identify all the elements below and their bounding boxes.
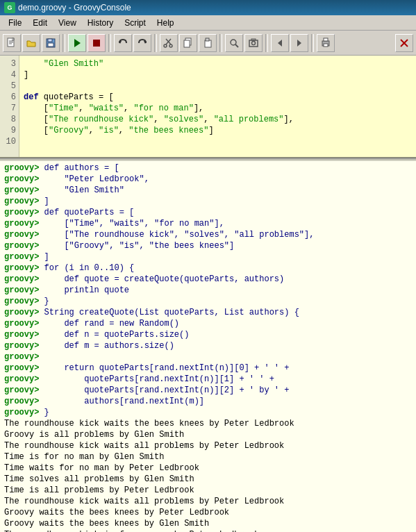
console-line: groovy> return quoteParts[rand.nextInt(n… [4, 363, 412, 374]
console-line: Time waits for no man by Peter Ledbrook [4, 463, 412, 474]
console-line: groovy> for (i in 0..10) { [4, 263, 412, 274]
svg-marker-25 [297, 40, 301, 47]
separator-4 [219, 34, 222, 52]
console-line: The roundhouse kick is for no man by Pet… [4, 529, 412, 532]
svg-rect-27 [324, 38, 328, 41]
console-line: Groovy waits the bees knees by Peter Led… [4, 507, 412, 518]
console-line: groovy> String createQuote(List quotePar… [4, 307, 412, 318]
svg-rect-5 [48, 39, 52, 42]
svg-rect-28 [324, 44, 328, 47]
menu-view[interactable]: View [53, 17, 82, 29]
separator-2 [108, 34, 111, 52]
svg-rect-6 [48, 43, 53, 47]
cut-button[interactable] [160, 34, 178, 52]
next-output-button[interactable] [290, 34, 308, 52]
window-title: demo.groovy - GroovyConsole [18, 3, 131, 13]
console-line: groovy> } [4, 407, 412, 418]
console-line: groovy> } [4, 296, 412, 307]
redo-button[interactable] [133, 34, 151, 52]
console-line: groovy> ] [4, 251, 412, 263]
menu-bar: File Edit View History Script Help [0, 15, 416, 31]
menu-script[interactable]: Script [119, 17, 151, 29]
console-line: Groovy waits the bees knees by Glen Smit… [4, 518, 412, 529]
menu-history[interactable]: History [82, 17, 119, 29]
svg-rect-16 [184, 40, 190, 47]
console-line: groovy> def n = quoteParts.size() [4, 329, 412, 340]
separator-1 [63, 34, 65, 52]
console-line: Groovy is all problems by Glen Smith [4, 429, 412, 440]
console-line: The roundhouse kick waits all problems b… [4, 496, 412, 507]
console-line: groovy> def m = authors.size() [4, 340, 412, 351]
print-button[interactable] [317, 34, 335, 52]
svg-point-13 [164, 44, 167, 47]
console-line: The roundhouse kick waits all problems b… [4, 440, 412, 451]
separator-6 [311, 34, 314, 52]
inspect-button[interactable] [225, 34, 243, 52]
menu-help[interactable]: Help [151, 17, 180, 29]
console-line: Time is for no man by Glen Smith [4, 451, 412, 463]
svg-marker-24 [278, 40, 282, 47]
console-line: groovy> [4, 351, 412, 363]
console-line: groovy> ] [4, 196, 412, 207]
open-button[interactable] [22, 34, 40, 52]
console-line: groovy> ["Time", "waits", "for no man"], [4, 218, 412, 229]
console-line: groovy> def authors = [ [4, 163, 412, 174]
prev-output-button[interactable] [271, 34, 289, 52]
toolbar [0, 31, 416, 56]
svg-point-19 [231, 40, 236, 45]
console-line: groovy> quoteParts[rand.nextInt(n)][2] +… [4, 385, 412, 396]
console-line: groovy> ["The roundhouse kick", "solves"… [4, 229, 412, 240]
console-line: Time is all problems by Peter Ledbrook [4, 485, 412, 496]
app-icon: G [4, 2, 15, 13]
console-line: groovy> def quoteParts = [ [4, 207, 412, 218]
new-button[interactable] [3, 34, 21, 52]
console-line: The roundhouse kick waits the bees knees… [4, 418, 412, 429]
title-bar: G demo.groovy - GroovyConsole [0, 0, 416, 15]
console-line: groovy> def quote = createQuote(quotePar… [4, 274, 412, 285]
editor-area[interactable]: 3 4 5 6 7 8 9 10 "Glen Smith" ] def quot… [0, 56, 416, 158]
svg-line-20 [235, 44, 238, 47]
undo-button[interactable] [114, 34, 132, 52]
capture-button[interactable] [244, 34, 263, 52]
console-line: Time solves all problems by Glen Smith [4, 474, 412, 485]
close-button[interactable] [395, 34, 413, 52]
copy-button[interactable] [179, 34, 197, 52]
stop-button[interactable] [88, 34, 106, 52]
save-button[interactable] [42, 34, 60, 52]
svg-point-23 [252, 41, 256, 44]
run-button[interactable] [68, 34, 86, 52]
svg-point-14 [169, 44, 172, 47]
menu-edit[interactable]: Edit [27, 17, 53, 29]
console-line: groovy> "Glen Smith" [4, 185, 412, 196]
separator-5 [265, 34, 268, 52]
console-line: groovy> quoteParts[rand.nextInt(n)][1] +… [4, 374, 412, 385]
console-line: groovy> "Peter Ledbrook", [4, 174, 412, 185]
menu-file[interactable]: File [3, 17, 27, 29]
paste-button[interactable] [199, 34, 217, 52]
svg-marker-8 [93, 40, 100, 47]
main-content: 3 4 5 6 7 8 9 10 "Glen Smith" ] def quot… [0, 56, 416, 532]
svg-rect-22 [251, 39, 256, 40]
console-line: groovy> ["Groovy", "is", "the bees knees… [4, 240, 412, 251]
svg-marker-7 [74, 39, 81, 47]
console-output[interactable]: groovy> def authors = [groovy> "Peter Le… [0, 161, 416, 532]
separator-3 [154, 34, 157, 52]
console-line: groovy> authors[rand.nextInt(m)] [4, 396, 412, 407]
console-line: groovy> def rand = new Random() [4, 318, 412, 329]
line-numbers: 3 4 5 6 7 8 9 10 [0, 56, 19, 157]
code-editor[interactable]: "Glen Smith" ] def quoteParts = [ ["Time… [19, 56, 416, 157]
console-line: groovy> println quote [4, 285, 412, 296]
svg-rect-18 [206, 38, 209, 41]
